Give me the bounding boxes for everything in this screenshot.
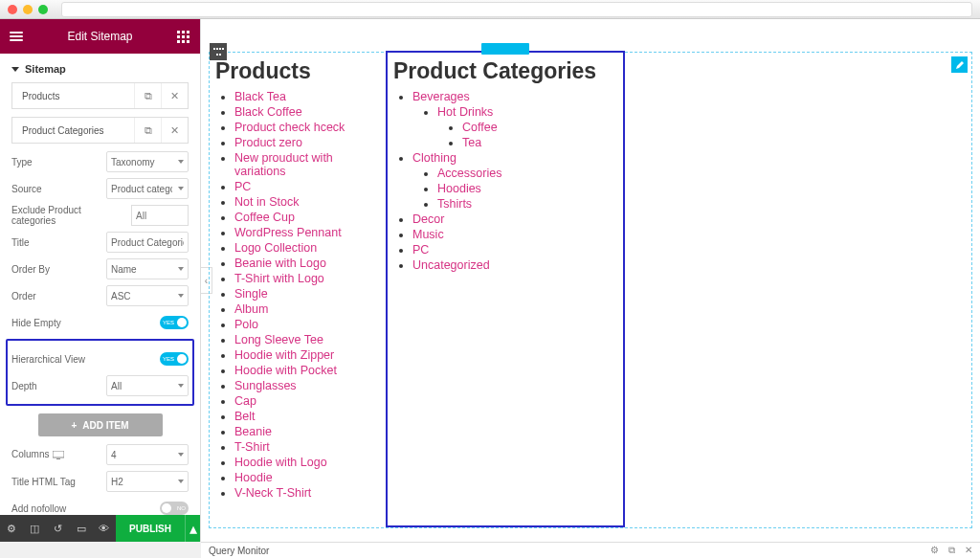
list-item: PC [412,243,613,257]
settings-icon[interactable]: ⚙ [0,523,23,535]
close-icon[interactable]: ✕ [161,118,188,143]
duplicate-icon[interactable]: ⧉ [134,83,161,108]
sitemap-link[interactable]: Product check hceck [234,121,345,134]
sitemap-link[interactable]: WordPress Pennant [234,226,342,239]
list-item: Sunglasses [234,379,376,392]
sitemap-link[interactable]: Sunglasses [234,379,297,392]
title-input[interactable]: Product Categories [106,232,189,253]
add-item-button[interactable]: + ADD ITEM [38,413,163,436]
sitemap-link[interactable]: Hoodies [437,182,481,195]
publish-button[interactable]: PUBLISH [116,515,185,542]
edit-widget-icon[interactable] [951,56,968,73]
list-item: ClothingAccessoriesHoodiesTshirts [412,151,613,211]
sitemap-link[interactable]: PC [234,180,251,193]
sitemap-link[interactable]: Hoodie with Logo [234,456,327,469]
responsive-icon[interactable]: ⧉ [948,545,955,556]
list-item: Hot DrinksCoffeeTea [437,105,613,149]
selection-tab[interactable] [481,43,529,55]
section-container[interactable]: Products Black TeaBlack CoffeeProduct ch… [209,52,972,528]
list-item: BeveragesHot DrinksCoffeeTea [412,90,613,149]
sitemap-link[interactable]: Beverages [412,90,470,103]
duplicate-icon[interactable]: ⧉ [134,118,161,143]
sitemap-link[interactable]: Black Coffee [234,105,302,119]
sitemap-link[interactable]: Beanie [234,425,272,438]
order-select[interactable]: ASC [106,285,189,306]
sitemap-column-products: Products Black TeaBlack CoffeeProduct ch… [210,53,386,527]
maximize-window-icon[interactable] [38,5,48,14]
sitemap-link[interactable]: Uncategorized [412,258,490,272]
apps-icon[interactable] [177,31,190,43]
close-icon[interactable]: ✕ [161,83,188,108]
sitemap-link[interactable]: Polo [234,318,258,331]
nofollow-toggle[interactable]: NO [160,502,189,515]
sitemap-link[interactable]: Hoodie with Pocket [234,364,337,377]
sitemap-link[interactable]: Decor [412,212,444,226]
htmltag-select[interactable]: H2 [106,471,189,492]
sitemap-link[interactable]: Long Sleeve Tee [234,333,323,346]
field-label: Type [11,157,100,167]
sitemap-column-categories[interactable]: Product Categories BeveragesHot DrinksCo… [386,51,625,527]
list-item: Polo [234,318,376,331]
field-label: Order By [11,264,100,275]
sitemap-link[interactable]: Black Tea [234,90,286,103]
list-item: Black Tea [234,90,376,103]
query-monitor-label[interactable]: Query Monitor [209,546,269,556]
responsive-icon[interactable]: ▭ [70,523,93,535]
section-sitemap[interactable]: Sitemap [11,59,189,82]
section-handle-icon[interactable] [210,43,227,60]
menu-icon[interactable] [10,32,23,41]
heading-categories: Product Categories [393,58,613,84]
field-label: Source [11,184,100,194]
sitemap-link[interactable]: Logo Collection [234,241,317,255]
field-source: Source Product categories [11,178,189,199]
publish-caret[interactable]: ▴ [185,515,200,542]
sitemap-link[interactable]: Tea [462,136,481,149]
close-window-icon[interactable] [8,5,17,14]
type-select[interactable]: Taxonomy [106,151,189,172]
sitemap-link[interactable]: Cap [234,394,256,408]
address-bar[interactable] [61,2,972,17]
sitemap-link[interactable]: Coffee [462,121,498,134]
sitemap-link[interactable]: V-Neck T-Shirt [234,486,311,500]
sitemap-link[interactable]: Accessories [437,167,501,180]
list-item: Hoodie with Zipper [234,348,376,362]
sitemap-link[interactable]: Product zero [234,136,302,149]
hierarchical-toggle[interactable]: YES [160,352,189,366]
source-select[interactable]: Product categories [106,178,189,199]
sitemap-link[interactable]: Hoodie [234,471,273,484]
sitemap-link[interactable]: Clothing [412,151,457,165]
sitemap-link[interactable]: T-Shirt [234,440,270,454]
hideempty-toggle[interactable]: YES [160,316,189,329]
exclude-input[interactable] [131,205,189,226]
minimize-window-icon[interactable] [23,5,33,14]
sitemap-link[interactable]: T-Shirt with Logo [234,272,324,285]
depth-select[interactable]: All [106,375,189,396]
columns-select[interactable]: 4 [106,444,189,465]
sitemap-link[interactable]: Coffee Cup [234,211,295,224]
sitemap-link[interactable]: Hoodie with Zipper [234,348,334,362]
preview-icon[interactable]: 👁 [93,523,116,534]
sitemap-link[interactable]: Not in Stock [234,195,299,209]
list-item: Music [412,228,613,241]
gear-icon[interactable]: ⚙ [930,545,939,556]
sitemap-link[interactable]: New prouduct with variations [234,151,333,178]
navigator-icon[interactable]: ◫ [23,523,46,535]
sitemap-link[interactable]: Single [234,287,268,301]
sitemap-link[interactable]: PC [412,243,429,257]
orderby-select[interactable]: Name [106,258,189,279]
item-products[interactable]: Products ⧉ ✕ [11,82,189,109]
chevron-down-icon [178,453,184,457]
history-icon[interactable]: ↺ [46,523,69,535]
close-icon[interactable]: ✕ [965,545,972,556]
list-item: Uncategorized [412,258,613,272]
sitemap-link[interactable]: Hot Drinks [437,105,493,119]
item-product-categories[interactable]: Product Categories ⧉ ✕ [11,117,189,144]
list-item: T-Shirt [234,440,376,454]
sitemap-link[interactable]: Belt [234,410,256,423]
sitemap-link[interactable]: Album [234,302,268,316]
sitemap-link[interactable]: Tshirts [437,197,472,211]
add-item-label: ADD ITEM [82,420,128,431]
sitemap-link[interactable]: Music [412,228,444,241]
sitemap-link[interactable]: Beanie with Logo [234,257,326,270]
list-item: Not in Stock [234,195,376,209]
